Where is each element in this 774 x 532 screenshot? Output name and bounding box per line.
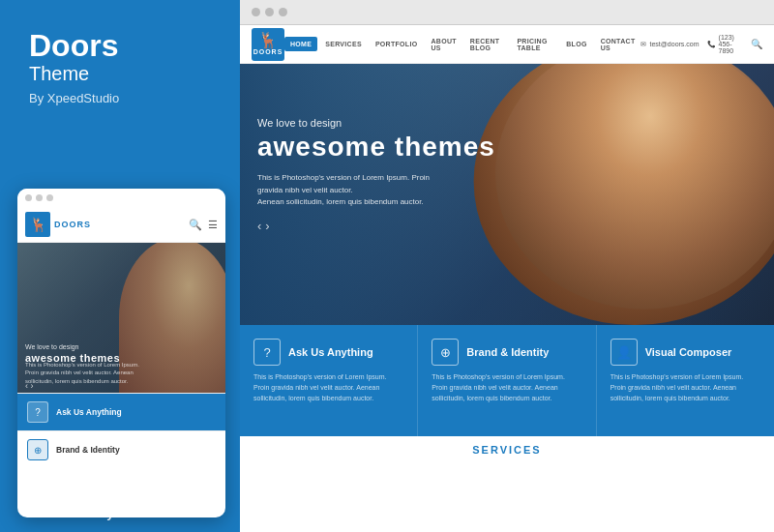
- brand-by: By XpeedStudio: [29, 91, 221, 105]
- nav-item-about[interactable]: ABOUT US: [425, 34, 461, 55]
- phone-icon: 📞: [707, 41, 716, 48]
- services-section: SERVICES: [240, 436, 774, 463]
- mobile-card-title-2: Brand & Identity: [56, 445, 120, 455]
- hero-arrows: ‹ ›: [257, 219, 495, 233]
- nav-item-home[interactable]: HOME: [284, 37, 317, 51]
- mobile-search-icon[interactable]: 🔍: [189, 219, 202, 231]
- nav-item-services[interactable]: SERVICES: [319, 37, 368, 51]
- site-logo-area: 🦌 DOORS: [252, 28, 284, 61]
- hero-section: We love to design awesome THemes This is…: [240, 64, 774, 325]
- email-text: test@doors.com: [649, 41, 699, 47]
- feature-card-header-2: ⊕ Brand & Identity: [432, 339, 581, 366]
- hero-title: awesome THemes: [257, 133, 495, 163]
- deer-icon-lg: 🦌: [258, 33, 278, 48]
- hero-pre-text: We love to design: [257, 117, 495, 129]
- brand-title: Doors: [29, 29, 221, 63]
- feature-title-1: Ask Us Anything: [288, 346, 373, 358]
- header-email: ✉ test@doors.com: [640, 41, 699, 48]
- feature-icon-1: ?: [253, 339, 281, 366]
- search-icon[interactable]: 🔍: [751, 39, 762, 49]
- feature-cards: ? Ask Us Anything This is Photoshop's ve…: [240, 325, 774, 436]
- feature-card-2: ⊕ Brand & Identity This is Photoshop's v…: [418, 325, 596, 436]
- mobile-dot-2: [36, 194, 43, 201]
- mobile-cards: ? Ask Us Anything ⊕ Brand & Identity: [17, 393, 225, 468]
- nav-item-contact[interactable]: CONTACT US: [595, 34, 641, 55]
- feature-desc-1: This is Photoshop's version of Lorem Ips…: [253, 371, 403, 404]
- feature-card-header-3: 👤 Visual Composer: [610, 339, 760, 366]
- bottom-text: Brand Identity: [29, 506, 113, 520]
- left-panel: Doors Theme By XpeedStudio 🦌 DOORS 🔍 ☰: [0, 0, 240, 532]
- mobile-card-2: ⊕ Brand & Identity: [17, 430, 225, 468]
- nav-item-blog2[interactable]: BLOG: [560, 37, 592, 51]
- feature-card-3: 👤 Visual Composer This is Photoshop's ve…: [597, 325, 774, 436]
- feature-title-2: Brand & Identity: [466, 346, 549, 358]
- site-logo-icon: 🦌 DOORS: [252, 28, 284, 61]
- mobile-card-1: ? Ask Us Anything: [17, 393, 225, 430]
- right-panel: 🦌 DOORS HOME SERVICES PORTFOLIO ABOUT US…: [240, 0, 774, 532]
- mobile-hero-sub: We love to design: [25, 343, 120, 350]
- feature-desc-3: This is Photoshop's version of Lorem Ips…: [610, 371, 760, 404]
- mobile-top-bar: [17, 189, 225, 207]
- site-nav: HOME SERVICES PORTFOLIO ABOUT US RECENT …: [284, 34, 640, 55]
- feature-card-1: ? Ask Us Anything This is Photoshop's ve…: [240, 325, 418, 436]
- site-header: 🦌 DOORS HOME SERVICES PORTFOLIO ABOUT US…: [240, 25, 774, 64]
- chrome-dot-1: [252, 8, 260, 16]
- site-logo-label: DOORS: [253, 48, 283, 55]
- mobile-hero: We love to design awesome THemes This is…: [17, 243, 225, 393]
- desktop-site: 🦌 DOORS HOME SERVICES PORTFOLIO ABOUT US…: [240, 25, 774, 518]
- brand-subtitle: Theme: [29, 63, 221, 85]
- mobile-hero-arrows[interactable]: ‹ ›: [25, 381, 34, 391]
- hero-next-arrow[interactable]: ›: [265, 219, 269, 233]
- site-header-right: ✉ test@doors.com 📞 (123) 456-7890 🔍: [640, 34, 762, 54]
- hero-content: We love to design awesome THemes This is…: [257, 117, 495, 233]
- mobile-dot-1: [25, 194, 32, 201]
- mobile-header: 🦌 DOORS 🔍 ☰: [17, 207, 225, 243]
- nav-item-blog[interactable]: RECENT BLOG: [464, 34, 510, 55]
- services-label: SERVICES: [240, 444, 774, 456]
- nav-item-pricing[interactable]: PRICING TABLE: [511, 34, 558, 55]
- mobile-menu-icon[interactable]: ☰: [208, 219, 218, 231]
- browser-chrome: [240, 0, 774, 25]
- header-phone: 📞 (123) 456-7890: [707, 34, 743, 54]
- feature-card-header-1: ? Ask Us Anything: [253, 339, 403, 366]
- mobile-hero-desc: This is Photoshop's version of Lorem Ips…: [25, 361, 141, 385]
- mobile-header-icons: 🔍 ☰: [189, 219, 218, 231]
- mobile-dot-3: [46, 194, 53, 201]
- feature-icon-3: 👤: [610, 339, 638, 366]
- feature-title-3: Visual Composer: [645, 346, 732, 358]
- feature-desc-2: This is Photoshop's version of Lorem Ips…: [432, 371, 581, 404]
- mobile-logo-text: DOORS: [54, 220, 91, 229]
- chrome-dot-2: [265, 8, 274, 16]
- mobile-card-icon-2: ⊕: [27, 439, 48, 460]
- mobile-card-icon-1: ?: [27, 401, 48, 423]
- deer-icon: 🦌: [30, 217, 46, 232]
- nav-item-portfolio[interactable]: PORTFOLIO: [370, 37, 424, 51]
- hero-description: This is Photoshop's version of Lorem Ips…: [257, 172, 451, 209]
- phone-text: (123) 456-7890: [719, 34, 743, 54]
- mobile-card-title-1: Ask Us Anything: [56, 407, 122, 417]
- feature-icon-2: ⊕: [432, 339, 459, 366]
- email-icon: ✉: [640, 41, 646, 48]
- mobile-logo-area: 🦌 DOORS: [25, 212, 91, 237]
- hero-prev-arrow[interactable]: ‹: [257, 219, 261, 233]
- mobile-preview: 🦌 DOORS 🔍 ☰ We love to design awesome TH…: [17, 189, 225, 517]
- chrome-dot-3: [279, 8, 287, 16]
- mobile-logo-icon: 🦌: [25, 212, 50, 237]
